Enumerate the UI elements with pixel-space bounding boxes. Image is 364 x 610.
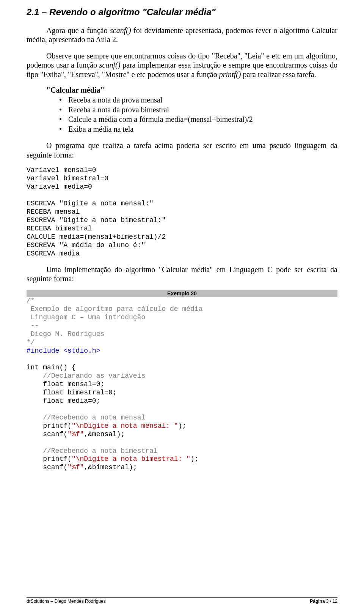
code-comment: Diego M. Rodrigues: [27, 330, 104, 338]
code-line: Variavel mensal=0: [27, 166, 96, 174]
code-line: Variavel media=0: [27, 183, 92, 191]
code-comment: Exemplo de algoritmo para cálculo de méd…: [27, 305, 202, 313]
footer-page-number: 3 / 12: [326, 599, 337, 604]
code-line: Variavel bimestral=0: [27, 175, 108, 182]
bullet-item: Receba a nota da prova bimestral: [68, 105, 337, 115]
code-comment: //Recebendo a nota mensal: [27, 414, 145, 421]
code-string: "%f": [67, 430, 84, 438]
section-title-text: Revendo o algoritmo "Calcular média": [49, 7, 216, 17]
code-comment: --: [27, 322, 39, 329]
code-comment: /*: [27, 297, 35, 304]
algorithm-steps: Receba a nota da prova mensal Receba a n…: [27, 95, 337, 134]
bullet-item: Exiba a média na tela: [68, 125, 337, 134]
code-line: ESCREVA "Digite a nota mensal:": [27, 200, 154, 207]
code-line: ESCREVA "Digite a nota bimestral:": [27, 216, 166, 224]
footer-left: drSolutions – Diego Mendes Rodrigues: [27, 599, 106, 604]
pseudocode-block: Variavel mensal=0 Variavel bimestral=0 V…: [27, 166, 337, 258]
func-printf: printf(): [219, 70, 241, 79]
bullet-item: Calcule a média com a fórmula media=(men…: [68, 115, 337, 125]
example-label: Exemplo 20: [27, 290, 337, 297]
footer-right: Página 3 / 12: [310, 599, 337, 604]
code-line: float media=0;: [27, 397, 100, 405]
code-line: float mensal=0;: [27, 380, 104, 388]
paragraph-2: Observe que sempre que encontrarmos cois…: [27, 51, 337, 79]
paragraph-3: O programa que realiza a tarefa acima po…: [27, 141, 337, 159]
code-line: ESCREVA media: [27, 250, 80, 257]
func-scanf: scanf(): [110, 26, 131, 35]
section-heading: 2.1 – Revendo o algoritmo "Calcular médi…: [27, 7, 337, 17]
paragraph-1: Agora que a função scanf() foi devidamen…: [27, 26, 337, 44]
code-comment: */: [27, 339, 35, 346]
code-comment: //Recebendo a nota bimestral: [27, 447, 158, 455]
algorithm-title: "Calcular média": [46, 86, 337, 95]
code-line: int main() {: [27, 364, 76, 371]
code-line: scanf("%f",&mensal);: [27, 430, 125, 438]
code-line: scanf("%f",&bimestral);: [27, 463, 137, 471]
code-comment: //Declarando as variáveis: [27, 372, 145, 380]
code-string: "\nDigite a nota bimestral: ": [72, 455, 190, 463]
page-footer: drSolutions – Diego Mendes Rodrigues Pág…: [27, 597, 337, 604]
code-include: #include <stdio.h>: [27, 347, 100, 355]
c-code-block: /* Exemplo de algoritmo para cálculo de …: [27, 297, 337, 472]
code-line: float bimestral=0;: [27, 389, 117, 396]
footer-page-label: Página: [310, 599, 326, 604]
bullet-item: Receba a nota da prova mensal: [68, 95, 337, 105]
func-scanf: scanf(): [99, 61, 121, 69]
code-comment: Linguagem C – Uma introdução: [27, 314, 145, 321]
paragraph-4: Uma implementação do algoritmo "Calcular…: [27, 265, 337, 284]
code-string: "\nDigite a nota mensal: ": [72, 422, 178, 430]
code-line: ESCREVA "A média do aluno é:": [27, 241, 145, 249]
code-line: printf("\nDigite a nota bimestral: ");: [27, 455, 199, 463]
code-line: RECEBA bimestral: [27, 225, 92, 232]
code-line: printf("\nDigite a nota mensal: ");: [27, 422, 186, 430]
code-string: "%f": [67, 463, 84, 471]
code-line: CALCULE media=(mensal+bimestral)/2: [27, 233, 166, 241]
section-number: 2.1: [27, 7, 39, 17]
code-line: RECEBA mensal: [27, 208, 80, 216]
